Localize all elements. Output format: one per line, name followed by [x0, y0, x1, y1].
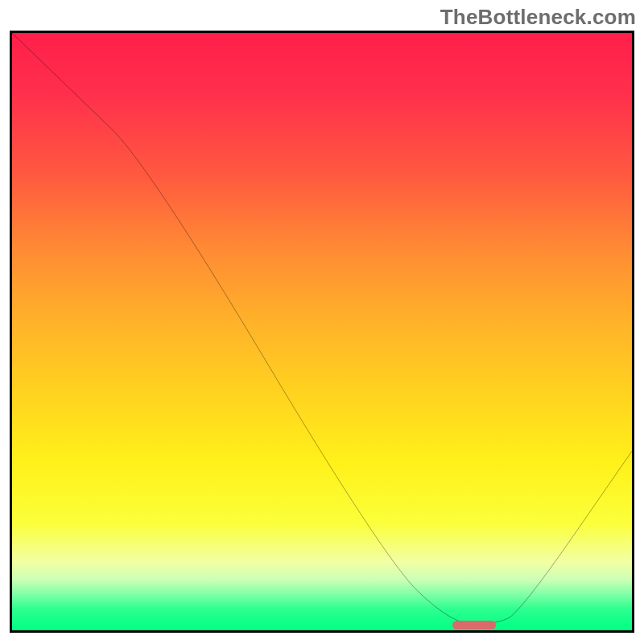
bottleneck-curve	[12, 33, 632, 630]
watermark-label: TheBottleneck.com	[440, 5, 636, 30]
optimal-range-marker	[452, 621, 496, 630]
plot-area	[10, 31, 634, 633]
chart-frame: TheBottleneck.com	[0, 0, 644, 644]
